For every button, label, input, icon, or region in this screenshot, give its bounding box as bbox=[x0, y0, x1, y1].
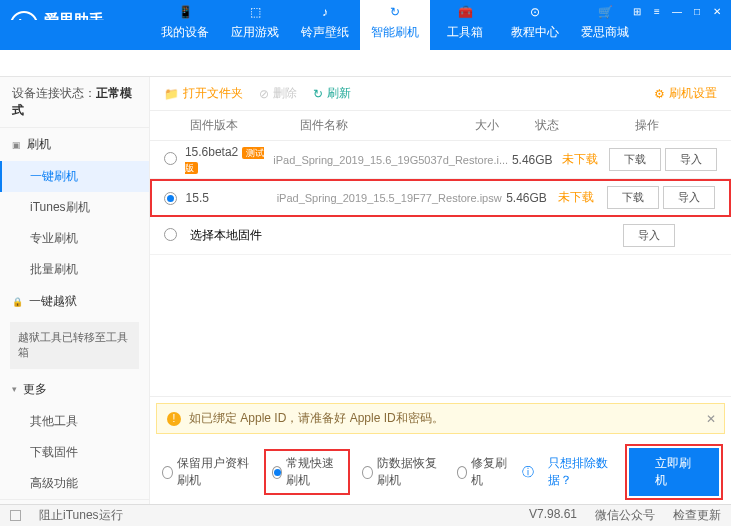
sidebar-group-more[interactable]: ▾更多 bbox=[0, 373, 149, 406]
menu-icon[interactable]: ≡ bbox=[649, 4, 665, 18]
window-controls: ⊞ ≡ — □ ✕ bbox=[629, 4, 725, 18]
flash-mode-bar: 保留用户资料刷机 常规快速刷机 防数据恢复刷机 修复刷机 ⓘ 只想排除数据？ 立… bbox=[150, 440, 731, 504]
nav-ringtone[interactable]: ♪铃声壁纸 bbox=[290, 0, 360, 50]
exclude-link[interactable]: 只想排除数据？ bbox=[548, 455, 615, 489]
table-header: 固件版本 固件名称 大小 状态 操作 bbox=[150, 111, 731, 141]
row-radio[interactable] bbox=[164, 228, 177, 241]
sidebar: 设备连接状态：正常模式 ▣刷机 一键刷机 iTunes刷机 专业刷机 批量刷机 … bbox=[0, 77, 150, 504]
th-status: 状态 bbox=[517, 117, 577, 134]
nav-flash[interactable]: ↻智能刷机 bbox=[360, 0, 430, 50]
import-button[interactable]: 导入 bbox=[665, 148, 717, 171]
warning-icon: ! bbox=[167, 412, 181, 426]
radio-icon bbox=[362, 466, 373, 479]
footer-panel: ! 如已绑定 Apple ID，请准备好 Apple ID和密码。 ✕ 保留用户… bbox=[150, 396, 731, 504]
statusbar: 阻止iTunes运行 V7.98.61 微信公众号 检查更新 bbox=[0, 504, 731, 526]
mode-keep[interactable]: 保留用户资料刷机 bbox=[162, 455, 252, 489]
sidebar-item-oneclick[interactable]: 一键刷机 bbox=[0, 161, 149, 192]
main-panel: 📁打开文件夹 ⊘删除 ↻刷新 ⚙刷机设置 固件版本 固件名称 大小 状态 操作 … bbox=[150, 77, 731, 504]
connection-status: 设备连接状态：正常模式 bbox=[0, 77, 149, 128]
music-icon: ♪ bbox=[316, 3, 334, 21]
sidebar-group-flash[interactable]: ▣刷机 bbox=[0, 128, 149, 161]
check-update-link[interactable]: 检查更新 bbox=[673, 507, 721, 524]
info-icon[interactable]: ⓘ bbox=[522, 464, 534, 481]
sidebar-item-batch[interactable]: 批量刷机 bbox=[0, 254, 149, 285]
book-icon: ⊙ bbox=[526, 3, 544, 21]
import-button[interactable]: 导入 bbox=[663, 186, 715, 209]
toolbox-icon: 🧰 bbox=[456, 3, 474, 21]
row-radio[interactable] bbox=[164, 152, 177, 165]
import-button[interactable]: 导入 bbox=[623, 224, 675, 247]
refresh-icon: ↻ bbox=[386, 3, 404, 21]
toolbar: 📁打开文件夹 ⊘删除 ↻刷新 ⚙刷机设置 bbox=[150, 77, 731, 111]
sidebar-item-dlfw[interactable]: 下载固件 bbox=[0, 437, 149, 468]
close-icon[interactable]: ✕ bbox=[709, 4, 725, 18]
caret-icon: ▾ bbox=[12, 384, 17, 394]
nav-apps[interactable]: ⬚应用游戏 bbox=[220, 0, 290, 50]
nav-shop[interactable]: 🛒爱思商城 bbox=[570, 0, 640, 50]
block-itunes-checkbox[interactable] bbox=[10, 510, 21, 521]
th-version: 固件版本 bbox=[190, 117, 300, 134]
open-folder-button[interactable]: 📁打开文件夹 bbox=[164, 85, 243, 102]
close-warning-button[interactable]: ✕ bbox=[706, 412, 716, 426]
refresh-button[interactable]: ↻刷新 bbox=[313, 85, 351, 102]
warning-bar: ! 如已绑定 Apple ID，请准备好 Apple ID和密码。 ✕ bbox=[156, 403, 725, 434]
caret-icon: ▣ bbox=[12, 140, 21, 150]
th-ops: 操作 bbox=[577, 117, 717, 134]
mode-antirec[interactable]: 防数据恢复刷机 bbox=[362, 455, 442, 489]
sidebar-item-adv[interactable]: 高级功能 bbox=[0, 468, 149, 499]
row-radio[interactable] bbox=[164, 192, 177, 205]
lock-icon: 🔒 bbox=[12, 297, 23, 307]
radio-icon bbox=[457, 466, 468, 479]
radio-icon bbox=[272, 466, 283, 479]
mode-repair[interactable]: 修复刷机 bbox=[457, 455, 509, 489]
download-button[interactable]: 下载 bbox=[607, 186, 659, 209]
sidebar-item-itunes[interactable]: iTunes刷机 bbox=[0, 192, 149, 223]
firmware-row[interactable]: 15.5 iPad_Spring_2019_15.5_19F77_Restore… bbox=[150, 179, 731, 217]
version-label: V7.98.61 bbox=[529, 507, 577, 524]
firmware-row[interactable]: 15.6beta2测试版 iPad_Spring_2019_15.6_19G50… bbox=[150, 141, 731, 179]
sidebar-group-jailbreak[interactable]: 🔒一键越狱 bbox=[0, 285, 149, 318]
nav-device[interactable]: 📱我的设备 bbox=[150, 0, 220, 50]
local-firmware-row[interactable]: 选择本地固件 导入 bbox=[150, 217, 731, 255]
folder-icon: 📁 bbox=[164, 87, 179, 101]
trash-icon: ⊘ bbox=[259, 87, 269, 101]
gear-icon: ⚙ bbox=[654, 87, 665, 101]
refresh-icon: ↻ bbox=[313, 87, 323, 101]
mode-normal[interactable]: 常规快速刷机 bbox=[266, 451, 349, 493]
th-size: 大小 bbox=[457, 117, 517, 134]
sidebar-item-other[interactable]: 其他工具 bbox=[0, 406, 149, 437]
minimize-icon[interactable]: — bbox=[669, 4, 685, 18]
apps-icon: ⬚ bbox=[246, 3, 264, 21]
settings-button[interactable]: ⚙刷机设置 bbox=[654, 85, 717, 102]
nav-tutorial[interactable]: ⊙教程中心 bbox=[500, 0, 570, 50]
flash-now-button[interactable]: 立即刷机 bbox=[629, 448, 719, 496]
download-button[interactable]: ↓ bbox=[691, 50, 719, 78]
radio-icon bbox=[162, 466, 173, 479]
download-button[interactable]: 下载 bbox=[609, 148, 661, 171]
cart-icon: 🛒 bbox=[596, 3, 614, 21]
main-nav: 📱我的设备 ⬚应用游戏 ♪铃声壁纸 ↻智能刷机 🧰工具箱 ⊙教程中心 🛒爱思商城… bbox=[0, 20, 731, 50]
maximize-icon[interactable]: □ bbox=[689, 4, 705, 18]
phone-icon: 📱 bbox=[176, 3, 194, 21]
jailbreak-note: 越狱工具已转移至工具箱 bbox=[10, 322, 139, 369]
delete-button[interactable]: ⊘删除 bbox=[259, 85, 297, 102]
sidebar-item-pro[interactable]: 专业刷机 bbox=[0, 223, 149, 254]
nav-tools[interactable]: 🧰工具箱 bbox=[430, 0, 500, 50]
th-name: 固件名称 bbox=[300, 117, 457, 134]
wechat-link[interactable]: 微信公众号 bbox=[595, 507, 655, 524]
